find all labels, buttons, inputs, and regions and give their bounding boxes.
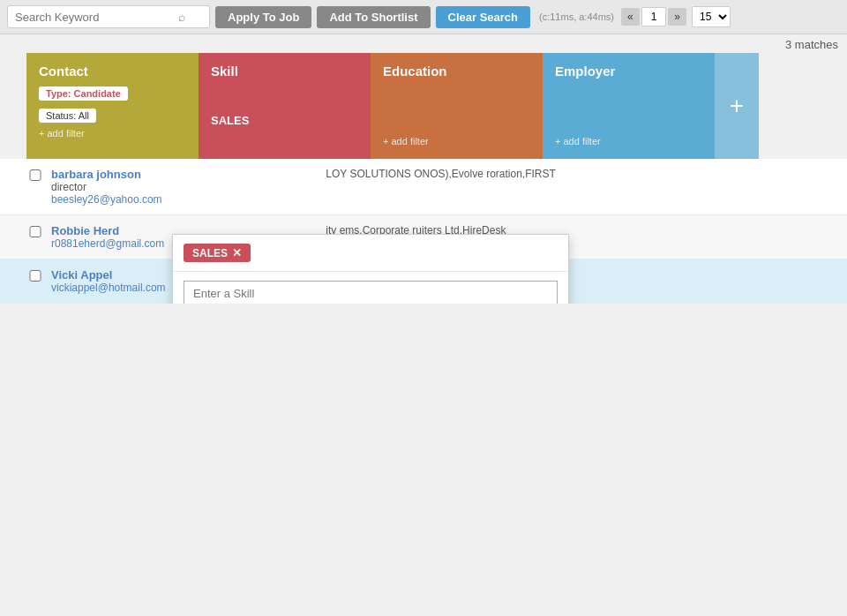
- employer-filter-title: Employer: [555, 64, 702, 79]
- row-checkbox-2[interactable]: [26, 226, 44, 237]
- add-filter-card-button[interactable]: +: [715, 53, 759, 159]
- status-badge: Status: All: [39, 109, 96, 123]
- employer-add-filter[interactable]: + add filter: [555, 136, 601, 146]
- skill-filter-card[interactable]: Skill SALES: [199, 53, 371, 159]
- remove-skill-button[interactable]: ✕: [232, 246, 242, 259]
- type-label: Type:: [46, 88, 71, 99]
- contact-filter-title: Contact: [39, 64, 186, 79]
- timing-display: (c:11ms, a:44ms): [539, 11, 614, 22]
- clear-search-button[interactable]: Clear Search: [436, 6, 531, 28]
- contact-filter-card[interactable]: Contact Type: Candidate Status: All + ad…: [26, 53, 199, 159]
- next-page-button[interactable]: »: [668, 8, 686, 26]
- skill-filter-title: Skill: [211, 64, 358, 79]
- search-box[interactable]: ⌕: [7, 5, 210, 28]
- top-bar: ⌕ Apply To Job Add To Shortlist Clear Se…: [0, 0, 847, 34]
- contact-add-filter[interactable]: + add filter: [39, 128, 186, 139]
- row-checkbox-1[interactable]: [26, 169, 44, 181]
- matches-count: 3 matches: [0, 34, 847, 53]
- active-skill-tag[interactable]: SALES ✕: [184, 244, 251, 262]
- type-badge: Type: Candidate: [39, 86, 128, 101]
- skill-dropdown: SALES ✕ min rating: CUSTOMER SERVICEDATA…: [172, 234, 569, 304]
- employer-filter-card[interactable]: Employer + add filter: [543, 53, 715, 159]
- filter-row: Contact Type: Candidate Status: All + ad…: [0, 53, 847, 159]
- pagination: « 1 »: [621, 7, 686, 26]
- contact-info-1: barbara johnson director beesley26@yahoo…: [51, 168, 308, 206]
- add-to-shortlist-button[interactable]: Add To Shortlist: [317, 6, 430, 28]
- employers-1: LOY SOLUTIONS ONOS),Evolve roration,FIRS…: [308, 168, 840, 180]
- prev-page-button[interactable]: «: [621, 8, 640, 26]
- search-icon: ⌕: [178, 10, 185, 24]
- skill-tag: SALES: [211, 114, 358, 127]
- education-filter-card[interactable]: Education + add filter: [371, 53, 543, 159]
- contact-email-1[interactable]: beesley26@yahoo.com: [51, 193, 308, 206]
- contact-name-1[interactable]: barbara johnson: [51, 168, 308, 181]
- skill-search-input[interactable]: [184, 281, 558, 304]
- education-add-filter[interactable]: + add filter: [383, 136, 429, 146]
- page-number: 1: [641, 7, 667, 26]
- contact-title-1: director: [51, 181, 308, 193]
- row-checkbox-3[interactable]: [26, 270, 44, 282]
- active-skill-label: SALES: [192, 247, 228, 259]
- results-area: barbara johnson director beesley26@yahoo…: [0, 159, 847, 304]
- table-row: barbara johnson director beesley26@yahoo…: [0, 159, 847, 215]
- status-label: Status:: [46, 110, 76, 121]
- apply-to-job-button[interactable]: Apply To Job: [215, 6, 311, 28]
- per-page-select[interactable]: 15 25 50: [692, 6, 731, 27]
- education-filter-title: Education: [383, 64, 530, 79]
- dropdown-header: SALES ✕: [173, 235, 568, 272]
- search-input[interactable]: [15, 11, 178, 24]
- type-value: Candidate: [74, 88, 121, 99]
- status-value: All: [79, 110, 89, 121]
- skill-input-row: [173, 272, 568, 304]
